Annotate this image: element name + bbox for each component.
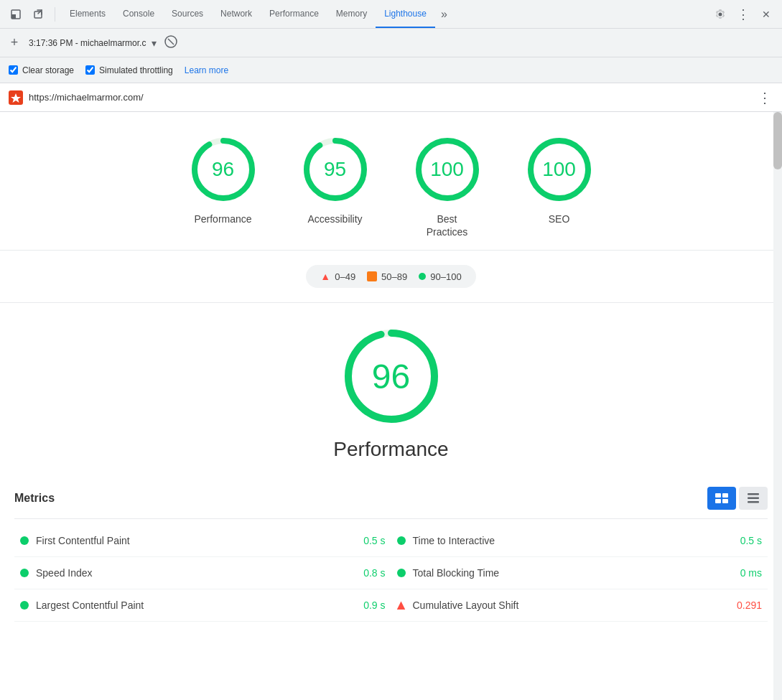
- metrics-title: Metrics: [14, 492, 55, 505]
- more-options-btn[interactable]: ⋮: [733, 4, 753, 24]
- simulated-throttling-label[interactable]: Simulated throttling: [85, 65, 173, 75]
- metric-row-lcp: Largest Contentful Paint 0.9 s: [14, 589, 391, 622]
- metric-row-tbt: Total Blocking Time 0 ms: [391, 557, 768, 589]
- legend-green: 90–100: [419, 271, 461, 282]
- tab-bar-divider: [55, 7, 55, 22]
- tab-elements[interactable]: Elements: [61, 0, 114, 28]
- metric-dot-tti: [397, 536, 406, 545]
- clear-storage-checkbox[interactable]: [9, 65, 18, 75]
- tab-network[interactable]: Network: [212, 0, 261, 28]
- url-bar: https://michaelmarmor.com/ ⋮: [0, 83, 782, 112]
- metric-name-si: Speed Index: [36, 567, 356, 579]
- score-value-accessibility: 95: [324, 158, 346, 181]
- metric-value-fcp: 0.5 s: [363, 535, 385, 546]
- score-circle-performance: 96: [189, 135, 258, 204]
- big-score-section: 96 Performance: [0, 303, 782, 478]
- metric-dot-fcp: [20, 536, 29, 545]
- metric-value-si: 0.8 s: [363, 567, 385, 579]
- tab-performance[interactable]: Performance: [261, 0, 327, 28]
- score-card-best-practices: 100 BestPractices: [413, 135, 482, 238]
- svg-rect-18: [715, 499, 721, 503]
- score-card-seo: 100 SEO: [525, 135, 594, 238]
- metric-value-cls: 0.291: [737, 599, 762, 611]
- url-more-btn[interactable]: ⋮: [756, 89, 773, 106]
- separate-window-btn[interactable]: [29, 4, 49, 24]
- metric-name-tbt: Total Blocking Time: [413, 567, 733, 579]
- svg-rect-22: [748, 501, 759, 503]
- metrics-view-toggle: [707, 487, 768, 510]
- svg-rect-1: [11, 14, 16, 19]
- score-value-best-practices: 100: [430, 158, 464, 181]
- svg-rect-21: [748, 498, 759, 500]
- score-card-accessibility: 95 Accessibility: [301, 135, 370, 238]
- metric-value-lcp: 0.9 s: [363, 599, 385, 611]
- options-bar: Clear storage Simulated throttling Learn…: [0, 57, 782, 83]
- svg-marker-5: [11, 93, 21, 103]
- big-score-value: 96: [372, 357, 410, 396]
- metric-dot-lcp: [20, 601, 29, 610]
- close-devtools-btn[interactable]: ✕: [756, 4, 776, 24]
- metric-row-tti: Time to Interactive 0.5 s: [391, 525, 768, 557]
- legend-pill: ▲ 0–49 50–89 90–100: [306, 265, 475, 288]
- big-score-circle: 96: [341, 326, 442, 426]
- more-tabs-btn[interactable]: »: [435, 0, 453, 28]
- metric-dot-si: [20, 569, 29, 577]
- score-label-best-practices: BestPractices: [427, 213, 468, 238]
- tab-memory[interactable]: Memory: [327, 0, 376, 28]
- score-circle-seo: 100: [525, 135, 594, 204]
- svg-rect-2: [34, 11, 42, 18]
- legend-orange-range: 50–89: [381, 271, 407, 282]
- metric-name-cls: Cumulative Layout Shift: [413, 599, 730, 611]
- page-url: https://michaelmarmor.com/: [29, 92, 750, 103]
- lighthouse-favicon: [9, 90, 23, 105]
- learn-more-link[interactable]: Learn more: [185, 65, 228, 75]
- metric-name-lcp: Largest Contentful Paint: [36, 599, 356, 611]
- dock-icon-btn[interactable]: [6, 4, 26, 24]
- main-content: 96 Performance 95 Accessibility: [0, 112, 782, 700]
- tab-sources[interactable]: Sources: [163, 0, 212, 28]
- metric-row-cls: Cumulative Layout Shift 0.291: [391, 589, 768, 622]
- score-value-performance: 96: [212, 158, 234, 181]
- tab-console[interactable]: Console: [114, 0, 163, 28]
- svg-rect-19: [722, 499, 728, 503]
- view-list-btn[interactable]: [739, 487, 768, 510]
- svg-line-4: [168, 39, 174, 45]
- metric-value-tbt: 0 ms: [740, 567, 762, 579]
- add-tab-btn[interactable]: +: [6, 34, 23, 52]
- svg-rect-16: [715, 493, 721, 498]
- devtools-tab-bar: Elements Console Sources Network Perform…: [0, 0, 782, 29]
- score-cards-section: 96 Performance 95 Accessibility: [0, 112, 782, 251]
- lighthouse-toolbar: + 3:17:36 PM - michaelmarmor.c ▾: [0, 29, 782, 57]
- simulated-throttling-checkbox[interactable]: [85, 65, 95, 75]
- svg-rect-17: [722, 493, 728, 498]
- metric-row-si: Speed Index 0.8 s: [14, 557, 391, 589]
- score-value-seo: 100: [542, 158, 576, 181]
- legend-red: ▲ 0–49: [320, 271, 355, 282]
- scrollbar-track: [773, 112, 782, 700]
- metrics-header: Metrics: [14, 478, 768, 519]
- metric-row-fcp: First Contentful Paint 0.5 s: [14, 525, 391, 557]
- legend-orange: 50–89: [367, 271, 407, 282]
- metric-dot-cls: [397, 601, 406, 610]
- score-label-seo: SEO: [549, 213, 570, 225]
- clear-storage-label[interactable]: Clear storage: [9, 65, 74, 75]
- legend-red-icon: ▲: [320, 271, 330, 282]
- stop-btn[interactable]: [162, 34, 180, 52]
- legend-orange-icon: [367, 271, 377, 281]
- score-card-performance: 96 Performance: [189, 135, 258, 238]
- score-circle-best-practices: 100: [413, 135, 482, 204]
- settings-btn[interactable]: [710, 4, 730, 24]
- audit-url: 3:17:36 PM - michaelmarmor.c: [29, 38, 146, 48]
- view-card-btn[interactable]: [707, 487, 736, 510]
- metric-name-tti: Time to Interactive: [413, 535, 733, 546]
- url-dropdown-icon[interactable]: ▾: [152, 37, 157, 49]
- legend-bar: ▲ 0–49 50–89 90–100: [0, 251, 782, 302]
- scrollbar-thumb[interactable]: [773, 112, 782, 169]
- tab-lighthouse[interactable]: Lighthouse: [376, 0, 435, 28]
- score-label-accessibility: Accessibility: [307, 213, 362, 225]
- legend-green-range: 90–100: [430, 271, 461, 282]
- metric-value-tti: 0.5 s: [740, 535, 762, 546]
- big-score-label: Performance: [333, 438, 448, 461]
- score-circle-accessibility: 95: [301, 135, 370, 204]
- devtools-right-icons: ⋮ ✕: [710, 4, 776, 24]
